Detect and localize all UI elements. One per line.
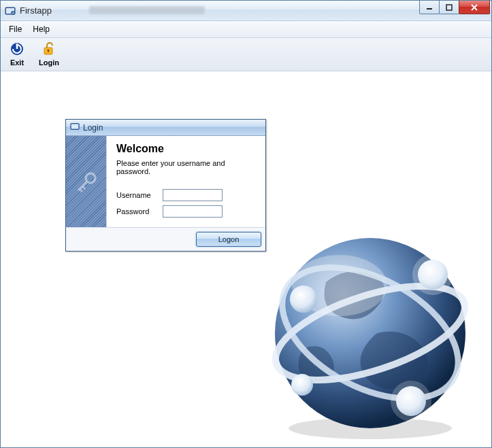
login-dialog-title: Login bbox=[83, 123, 103, 133]
login-hint: Please enter your username and password. bbox=[116, 159, 256, 175]
toolbar: Exit Login bbox=[1, 38, 491, 71]
unlock-icon bbox=[39, 41, 59, 57]
minimize-button[interactable] bbox=[419, 1, 440, 14]
logon-button[interactable]: Logon bbox=[196, 232, 261, 247]
svg-rect-14 bbox=[71, 124, 79, 129]
svg-line-16 bbox=[78, 182, 87, 190]
svg-point-27 bbox=[291, 374, 313, 396]
svg-point-24 bbox=[290, 286, 317, 313]
exit-button[interactable]: Exit bbox=[7, 41, 27, 67]
svg-point-15 bbox=[86, 173, 95, 183]
svg-line-17 bbox=[80, 189, 82, 192]
login-dialog: Login Welcome Please enter your bbox=[65, 119, 266, 252]
window-title: Firstapp bbox=[20, 5, 52, 16]
app-window: Firstapp File Help bbox=[0, 0, 492, 448]
menu-help[interactable]: Help bbox=[29, 23, 54, 35]
svg-point-28 bbox=[412, 254, 453, 295]
login-dialog-icon bbox=[70, 122, 80, 133]
password-input[interactable] bbox=[163, 205, 223, 218]
client-area: Login Welcome Please enter your bbox=[1, 71, 491, 447]
welcome-heading: Welcome bbox=[116, 143, 256, 155]
svg-point-29 bbox=[391, 381, 431, 421]
key-icon bbox=[74, 170, 99, 196]
svg-rect-12 bbox=[48, 50, 48, 52]
app-icon bbox=[5, 5, 16, 16]
globe-icon bbox=[261, 224, 479, 442]
svg-rect-4 bbox=[446, 5, 452, 10]
login-side-panel bbox=[66, 136, 107, 227]
username-label: Username bbox=[116, 191, 159, 199]
username-input[interactable] bbox=[163, 189, 223, 201]
password-label: Password bbox=[116, 207, 159, 216]
close-button[interactable] bbox=[459, 1, 490, 14]
svg-line-18 bbox=[82, 186, 85, 189]
login-button[interactable]: Login bbox=[39, 41, 59, 67]
menu-file[interactable]: File bbox=[5, 23, 26, 35]
blurred-text bbox=[89, 6, 205, 14]
login-label: Login bbox=[39, 58, 59, 67]
maximize-button[interactable] bbox=[439, 1, 459, 14]
exit-label: Exit bbox=[10, 58, 24, 67]
menu-bar: File Help bbox=[1, 21, 491, 38]
power-icon bbox=[7, 41, 27, 57]
login-dialog-titlebar: Login bbox=[66, 120, 265, 136]
title-bar: Firstapp bbox=[1, 1, 491, 21]
